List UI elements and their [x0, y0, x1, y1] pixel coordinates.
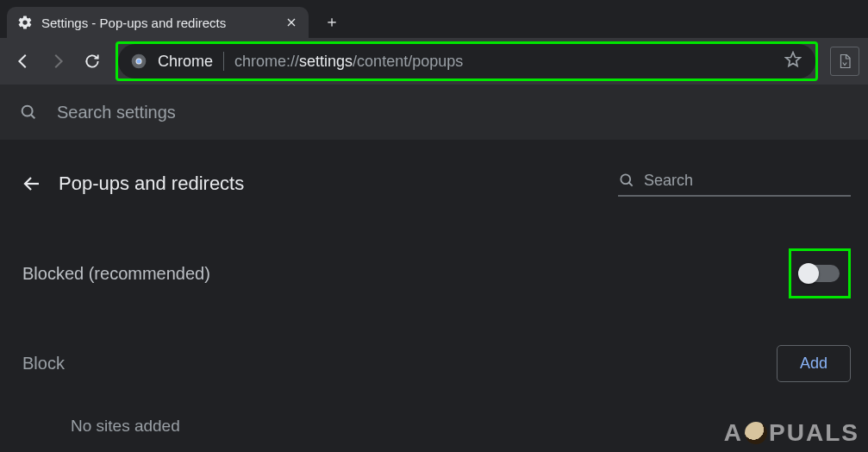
- block-section-header: Block Add: [17, 345, 851, 382]
- close-icon[interactable]: [284, 16, 298, 29]
- settings-search-bar: [0, 85, 868, 140]
- bookmark-star-icon[interactable]: [784, 51, 802, 72]
- blocked-label: Blocked (recommended): [22, 264, 789, 284]
- blocked-toggle[interactable]: [800, 265, 840, 282]
- omnibox[interactable]: Chrome chrome://settings/content/popups: [118, 44, 815, 78]
- svg-point-4: [137, 60, 141, 64]
- browser-toolbar: Chrome chrome://settings/content/popups: [0, 38, 868, 85]
- omnibox-url: chrome://settings/content/popups: [234, 53, 463, 71]
- search-icon: [618, 172, 635, 189]
- toggle-knob: [798, 263, 819, 284]
- tab-strip: Settings - Pop-ups and redirects ＋: [0, 0, 868, 38]
- chrome-icon: [130, 53, 147, 70]
- svg-marker-5: [786, 52, 801, 66]
- toggle-highlight: [789, 248, 851, 298]
- search-icon: [19, 103, 38, 122]
- settings-content: Pop-ups and redirects Search Blocked (re…: [0, 140, 868, 436]
- omnibox-separator: [223, 52, 224, 71]
- pdf-extension-icon[interactable]: [830, 47, 859, 76]
- gear-icon: [17, 15, 33, 30]
- browser-tab[interactable]: Settings - Pop-ups and redirects: [7, 7, 309, 38]
- page-search[interactable]: Search: [618, 172, 851, 197]
- watermark: APUALS: [724, 419, 859, 447]
- new-tab-button[interactable]: ＋: [319, 9, 345, 35]
- svg-line-7: [31, 115, 35, 119]
- add-button[interactable]: Add: [777, 345, 851, 382]
- back-button[interactable]: [9, 47, 38, 76]
- omnibox-brand: Chrome: [158, 53, 213, 71]
- page-search-label: Search: [644, 172, 693, 190]
- page-header: Pop-ups and redirects Search: [17, 169, 851, 198]
- page-back-button[interactable]: [17, 169, 47, 198]
- reload-button[interactable]: [78, 47, 107, 76]
- omnibox-highlight: Chrome chrome://settings/content/popups: [116, 41, 818, 81]
- watermark-logo-icon: [745, 422, 767, 444]
- page-title: Pop-ups and redirects: [59, 173, 618, 195]
- tab-title: Settings - Pop-ups and redirects: [41, 16, 276, 30]
- settings-search-input[interactable]: [57, 103, 849, 122]
- forward-button[interactable]: [43, 47, 72, 76]
- blocked-row: Blocked (recommended): [17, 248, 851, 298]
- svg-line-10: [629, 183, 633, 186]
- block-section-label: Block: [22, 354, 777, 374]
